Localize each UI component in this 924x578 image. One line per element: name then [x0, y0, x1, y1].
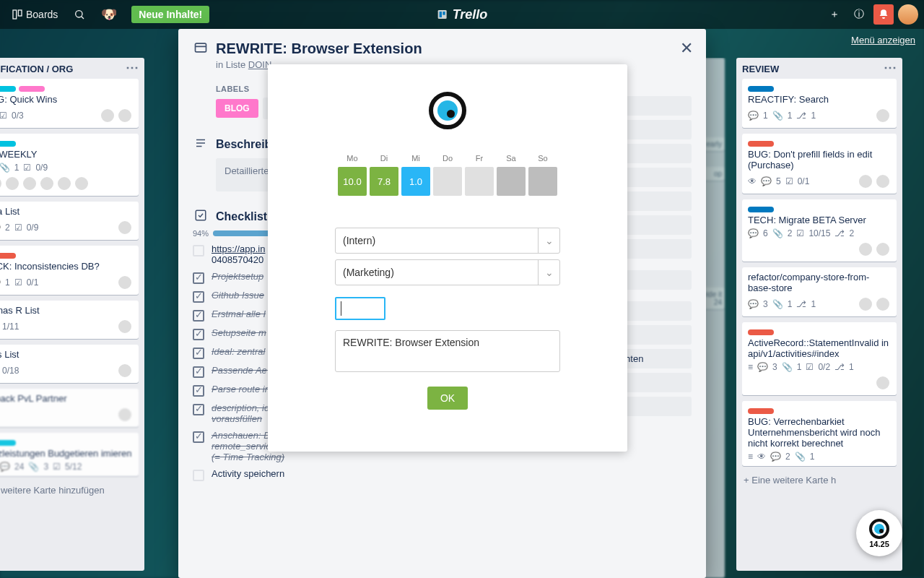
- list-menu-icon[interactable]: ⋯: [884, 64, 897, 74]
- checklist-item[interactable]: Activity speichern: [193, 468, 562, 481]
- week-days: Mo10.0Di7.8Mi1.0DoFrSaSo: [338, 154, 557, 196]
- add-card-link[interactable]: + Eine weitere Karte h: [742, 472, 897, 488]
- search-button[interactable]: [68, 6, 91, 23]
- app-logo-small: [869, 519, 889, 539]
- day-value[interactable]: 10.0: [338, 167, 367, 196]
- card-title[interactable]: REWRITE: Browser Extension: [216, 40, 422, 58]
- card[interactable]: OG: Quick Wins ≡ ☑0/3: [0, 79, 139, 128]
- svg-point-2: [76, 11, 82, 17]
- day-value[interactable]: 1.0: [401, 167, 430, 196]
- new-content-button[interactable]: Neue Inhalte!: [131, 6, 209, 23]
- list-clarification: ARIFICATION / ORG⋯ OG: Quick Wins ≡ ☑0/3…: [0, 58, 144, 571]
- description-textarea[interactable]: REWRITE: Browser Extension: [335, 330, 560, 372]
- user-avatar[interactable]: [898, 4, 918, 25]
- project-select[interactable]: (Intern) ⌄: [335, 228, 560, 254]
- trello-icon: [437, 9, 448, 20]
- day-name: Sa: [506, 154, 515, 163]
- svg-rect-0: [13, 10, 17, 19]
- boards-label: Boards: [26, 9, 58, 20]
- bell-icon: [878, 9, 889, 20]
- svg-rect-5: [440, 12, 442, 17]
- mascot-icon: 🐶: [95, 4, 123, 25]
- day-column[interactable]: Mi1.0: [401, 154, 430, 196]
- search-icon: [74, 9, 85, 20]
- description-icon: [193, 137, 209, 152]
- notifications-button[interactable]: [873, 4, 894, 25]
- checkbox[interactable]: [193, 366, 204, 378]
- card[interactable]: refactor/company-store-from-base-store 💬…: [742, 267, 897, 316]
- checkbox[interactable]: [193, 385, 204, 397]
- list-review: REVIEW⋯ REACTIFY: Search 💬1 📎1 ⎇1 BUG: D…: [736, 58, 902, 571]
- checkbox[interactable]: [193, 404, 204, 415]
- svg-rect-12: [196, 210, 206, 220]
- card[interactable]: BUG: Don't prefill fields in edit (Purch…: [742, 134, 897, 194]
- card[interactable]: REACTIFY: Search 💬1 📎1 ⎇1: [742, 79, 897, 128]
- checklist-text: Setupseite m: [212, 327, 266, 338]
- day-value[interactable]: [528, 167, 557, 196]
- checkbox[interactable]: [193, 245, 204, 256]
- duration-input[interactable]: [335, 297, 385, 320]
- boards-icon: [12, 9, 23, 20]
- checkbox[interactable]: [193, 470, 204, 481]
- card[interactable]: omas R List ☑1/11: [0, 301, 139, 339]
- checklist-text: Ideal: zentral: [212, 346, 265, 357]
- chevron-down-icon: ⌄: [538, 260, 559, 285]
- day-value[interactable]: 7.8: [370, 167, 398, 196]
- chevron-down-icon: ⌄: [538, 228, 559, 253]
- add-button[interactable]: ＋: [824, 4, 845, 25]
- list-menu-icon[interactable]: ⋯: [126, 64, 139, 74]
- svg-rect-6: [443, 12, 445, 15]
- svg-rect-7: [196, 43, 206, 52]
- card[interactable]: TECH: Migrate BETA Server 💬6 📎2 ☑10/15 ⎇…: [742, 199, 897, 262]
- svg-rect-4: [438, 10, 447, 19]
- tracker-widget[interactable]: 14.25: [856, 510, 902, 556]
- day-column[interactable]: Fr: [465, 154, 494, 196]
- day-name: Fr: [476, 154, 483, 163]
- day-value[interactable]: [497, 167, 526, 196]
- day-column[interactable]: So: [528, 154, 557, 196]
- checklist-text: Activity speichern: [212, 468, 284, 479]
- day-column[interactable]: Sa: [497, 154, 526, 196]
- app-logo: [429, 92, 466, 129]
- day-column[interactable]: Mo10.0: [338, 154, 367, 196]
- brand: Trello: [437, 7, 488, 22]
- checkbox[interactable]: [193, 431, 204, 443]
- day-name: Mi: [411, 154, 420, 163]
- day-value[interactable]: [433, 167, 462, 196]
- card-icon: [193, 40, 209, 58]
- day-column[interactable]: Do: [433, 154, 462, 196]
- checkbox[interactable]: [193, 291, 204, 303]
- checkbox[interactable]: [193, 272, 204, 284]
- checklist-heading: Checklist: [216, 210, 267, 223]
- close-button[interactable]: ✕: [680, 39, 693, 58]
- label-pill[interactable]: BLOG: [216, 99, 258, 118]
- card[interactable]: ola List 💬2 ☑0/9: [0, 202, 139, 240]
- checkbox[interactable]: [193, 329, 204, 340]
- checklist-text: Projektsetup: [212, 271, 263, 282]
- boards-menu[interactable]: Boards: [6, 6, 64, 23]
- card[interactable]: atzleistungen Budgetieren imieren ≡ 💬24 …: [0, 433, 139, 476]
- card[interactable]: ias List ☑0/18: [0, 345, 139, 383]
- card[interactable]: ActiveRecord::StatementInvalid in api/v1…: [742, 322, 897, 395]
- day-value[interactable]: [465, 167, 494, 196]
- task-select[interactable]: (Marketing) ⌄: [335, 259, 560, 285]
- add-card-link[interactable]: ine weitere Karte hinzufügen: [0, 482, 139, 499]
- day-column[interactable]: Di7.8: [370, 154, 398, 196]
- card[interactable]: dback PvL Partner: [0, 389, 139, 427]
- card[interactable]: ECK: Inconsistencies DB? 💬1 ☑0/1: [0, 246, 139, 295]
- checklist-text: Github Issue: [212, 290, 264, 301]
- card[interactable]: V WEEKLY 4 📎1 ☑0/9: [0, 134, 139, 196]
- checklist-text: https://app.in0408570420: [212, 243, 265, 265]
- checkbox[interactable]: [193, 348, 204, 359]
- show-menu-link[interactable]: Menü anzeigen: [851, 35, 915, 46]
- checkbox[interactable]: [193, 310, 204, 322]
- ok-button[interactable]: OK: [427, 387, 468, 410]
- info-button[interactable]: ⓘ: [849, 4, 869, 25]
- day-name: Mo: [346, 154, 357, 163]
- card[interactable]: BUG: Verrechenbarkiet Unternehmensberich…: [742, 401, 897, 466]
- day-name: Di: [380, 154, 388, 163]
- day-name: So: [538, 154, 547, 163]
- topbar: Boards 🐶 Neue Inhalte! Trello ＋ ⓘ: [0, 0, 924, 29]
- checklist-icon: [193, 209, 209, 225]
- svg-rect-1: [18, 10, 22, 16]
